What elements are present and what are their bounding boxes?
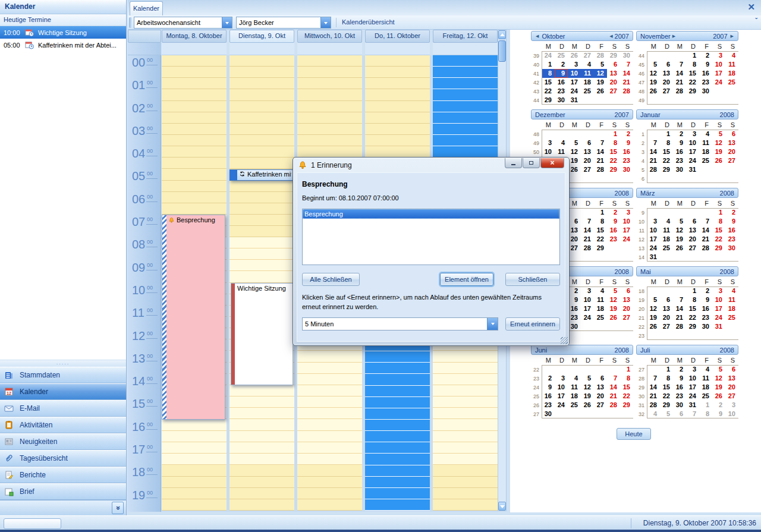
mini-calendar-day[interactable]: 27 xyxy=(581,51,594,60)
mini-calendar-day[interactable]: 1 xyxy=(686,287,699,295)
mini-calendar-day[interactable]: 19 xyxy=(647,313,660,322)
mini-calendar-day[interactable]: 7 xyxy=(607,374,620,383)
appointment-list-item[interactable]: 05:00Kaffetrinken mit der Abtei... xyxy=(0,39,126,51)
reminder-list[interactable]: Besprechung xyxy=(302,209,560,265)
mini-calendar-day[interactable]: 30 xyxy=(699,87,712,96)
mini-calendar-day[interactable]: 7 xyxy=(673,295,686,304)
today-button[interactable]: Heute xyxy=(617,428,651,440)
mini-calendar-day[interactable] xyxy=(647,174,660,183)
mini-calendar-day[interactable]: 4 xyxy=(699,365,712,374)
mini-calendar-day[interactable]: 12 xyxy=(673,226,686,235)
mini-calendar-day[interactable]: 13 xyxy=(568,226,581,235)
mini-calendar-day[interactable] xyxy=(660,51,673,60)
mini-calendar-day[interactable]: 21 xyxy=(699,235,712,244)
mini-calendar-day[interactable]: 14 xyxy=(673,304,686,313)
mini-calendar-day[interactable] xyxy=(542,365,555,374)
mini-calendar-day[interactable]: 20 xyxy=(660,313,673,322)
minimize-button[interactable] xyxy=(505,158,522,168)
toolbar-drag-handle[interactable] xyxy=(129,17,132,28)
allday-cell[interactable] xyxy=(229,43,294,55)
mini-calendar-day[interactable]: 27 xyxy=(594,401,607,410)
day-column-header[interactable]: Montag, 8. Oktober xyxy=(162,30,227,43)
mini-calendar-day[interactable]: 17 xyxy=(581,304,594,313)
mini-calendar-day[interactable]: 26 xyxy=(568,165,581,174)
mini-calendar-day[interactable]: 1 xyxy=(712,208,725,217)
mini-calendar-day[interactable] xyxy=(712,96,725,105)
mini-calendar-day[interactable]: 11 xyxy=(594,295,607,304)
mini-calendar-day[interactable]: 24 xyxy=(686,392,699,401)
mini-calendar-day[interactable]: 15 xyxy=(620,383,633,392)
mini-calendar-day[interactable]: 10 xyxy=(542,147,555,156)
view-select[interactable]: Arbeitswochenansicht xyxy=(134,17,232,29)
mini-calendar-day[interactable]: 3 xyxy=(725,401,738,410)
mini-calendar-day[interactable]: 12 xyxy=(607,295,620,304)
sidebar-item-brief[interactable]: Brief xyxy=(0,483,126,500)
open-item-button[interactable]: Element öffnen xyxy=(440,273,493,286)
mini-calendar-day[interactable]: 2 xyxy=(725,208,738,217)
mini-calendar-day[interactable] xyxy=(686,253,699,262)
mini-calendar-day[interactable]: 16 xyxy=(555,78,568,87)
mini-calendar-day[interactable]: 9 xyxy=(725,217,738,226)
mini-calendar-day[interactable]: 21 xyxy=(581,235,594,244)
mini-calendar-day[interactable]: 30 xyxy=(620,51,633,60)
mini-calendar-day[interactable]: 23 xyxy=(607,235,620,244)
mini-calendar-day[interactable]: 8 xyxy=(699,410,712,418)
mini-calendar-day[interactable] xyxy=(555,365,568,374)
mini-calendar-day[interactable]: 7 xyxy=(647,374,660,383)
mini-calendar-day[interactable]: 29 xyxy=(686,322,699,331)
chevron-down-icon[interactable] xyxy=(320,17,331,28)
chevron-left-icon[interactable]: ◀ xyxy=(536,32,539,40)
mini-calendar-day[interactable]: 22 xyxy=(620,392,633,401)
mini-calendar-day[interactable] xyxy=(555,410,568,418)
mini-calendar-day[interactable] xyxy=(607,174,620,183)
mini-calendar-day[interactable]: 23 xyxy=(620,156,633,165)
mini-calendar-day[interactable]: 2 xyxy=(712,401,725,410)
mini-calendar-day[interactable] xyxy=(594,365,607,374)
mini-calendar-day[interactable]: 16 xyxy=(542,392,555,401)
mini-calendar-header[interactable]: Juli2008 xyxy=(636,345,738,355)
mini-calendar-day[interactable] xyxy=(568,130,581,138)
mini-calendar-day[interactable]: 27 xyxy=(660,87,673,96)
mini-calendar-day[interactable]: 28 xyxy=(673,322,686,331)
mini-calendar-day[interactable]: 1 xyxy=(660,130,673,138)
mini-calendar-day[interactable]: 6 xyxy=(725,365,738,374)
appointment-list-item[interactable]: 10:00Wichtige Sitzung xyxy=(0,26,126,39)
mini-calendar-day[interactable]: 15 xyxy=(594,226,607,235)
mini-calendar-day[interactable]: 2 xyxy=(699,287,712,295)
mini-calendar-day[interactable]: 6 xyxy=(594,374,607,383)
mini-calendar-day[interactable] xyxy=(647,130,660,138)
mini-calendar-day[interactable]: 14 xyxy=(699,226,712,235)
mini-calendar-day[interactable]: 28 xyxy=(647,165,660,174)
mini-calendar-day[interactable] xyxy=(620,174,633,183)
mini-calendar-day[interactable] xyxy=(647,51,660,60)
mini-calendar-day[interactable]: 6 xyxy=(660,60,673,69)
mini-calendar-day[interactable]: 27 xyxy=(686,244,699,253)
mini-calendar-day[interactable]: 27 xyxy=(725,392,738,401)
mini-calendar-day[interactable]: 8 xyxy=(660,374,673,383)
mini-calendar-day[interactable]: 1 xyxy=(542,60,555,69)
mini-calendar-day[interactable] xyxy=(660,287,673,295)
mini-calendar-day[interactable]: 11 xyxy=(581,69,594,78)
mini-calendar-day[interactable]: 23 xyxy=(542,401,555,410)
chevron-right-icon[interactable]: ▶ xyxy=(672,32,675,40)
mini-calendar-day[interactable]: 18 xyxy=(660,235,673,244)
mini-calendar-day[interactable]: 11 xyxy=(660,226,673,235)
user-select[interactable]: Jörg Becker xyxy=(236,17,331,29)
mini-calendar-day[interactable]: 29 xyxy=(660,165,673,174)
day-column-header[interactable]: Do, 11. Oktober xyxy=(365,30,430,43)
mini-calendar-day[interactable]: 10 xyxy=(712,60,725,69)
mini-calendar-day[interactable]: 30 xyxy=(673,401,686,410)
mini-calendar-day[interactable]: 24 xyxy=(712,313,725,322)
mini-calendar-day[interactable]: 15 xyxy=(686,69,699,78)
mini-calendar-day[interactable]: 10 xyxy=(686,374,699,383)
mini-calendar-day[interactable] xyxy=(594,96,607,105)
mini-calendar-day[interactable]: 17 xyxy=(620,226,633,235)
mini-calendar-day[interactable]: 31 xyxy=(686,401,699,410)
mini-calendar-day[interactable]: 13 xyxy=(594,383,607,392)
mini-calendar-day[interactable]: 26 xyxy=(712,156,725,165)
mini-calendar-day[interactable]: 8 xyxy=(686,295,699,304)
mini-calendar-day[interactable]: 13 xyxy=(660,304,673,313)
mini-calendar-day[interactable]: 8 xyxy=(607,138,620,147)
mini-calendar-day[interactable]: 12 xyxy=(581,383,594,392)
mini-calendar-day[interactable] xyxy=(673,51,686,60)
